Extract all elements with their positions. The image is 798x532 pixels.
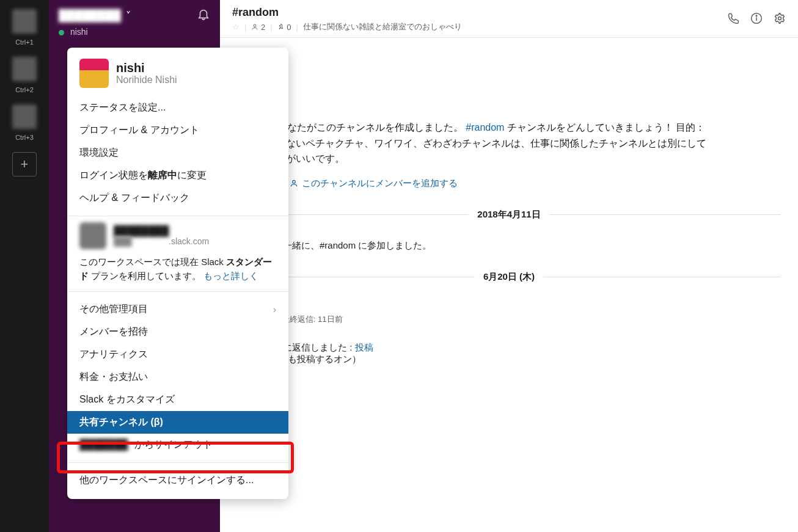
- channel-name[interactable]: #random: [232, 6, 462, 19]
- workspace-shortcut-1: Ctrl+1: [15, 38, 34, 46]
- workspace-name: ████████: [59, 9, 121, 21]
- menu-plan-info: このワークスペースでは現在 Slack スタンダード プランを利用しています。 …: [67, 249, 288, 285]
- thread-last-reply: 最終返信: 11日前: [282, 314, 343, 325]
- post-link[interactable]: 投稿: [355, 342, 373, 352]
- menu-workspace-name: ████████: [114, 225, 209, 236]
- menu-analytics[interactable]: アナリティクス: [67, 343, 288, 366]
- menu-set-status[interactable]: ステータスを設定...: [67, 97, 288, 119]
- menu-workspace-url: ███.slack.com: [114, 236, 209, 246]
- workspace-switch-3[interactable]: [12, 104, 37, 129]
- menu-other-admin[interactable]: その他管理項目 ›: [67, 298, 288, 321]
- channel-topic[interactable]: 仕事に関係ない雑談と給湯室でのおしゃべり: [303, 21, 462, 32]
- channel-hero-title: dom: [237, 87, 781, 112]
- menu-real-name: Norihide Nishi: [116, 75, 177, 86]
- workspace-switch-1[interactable]: [12, 9, 37, 34]
- info-icon[interactable]: [750, 12, 763, 27]
- workspace-shortcut-3: Ctrl+3: [15, 134, 34, 141]
- channel-header: #random ☆ | 2 | 0 | 仕事に関係ない雑談と給湯室でのおしゃべり: [220, 0, 798, 38]
- message[interactable]: hi 18:29 高 3 件の返信 最終返信: 11日前: [237, 291, 781, 325]
- main-content: #random ☆ | 2 | 0 | 仕事に関係ない雑談と給湯室でのおしゃべり: [220, 0, 798, 532]
- svg-point-5: [293, 181, 296, 184]
- menu-display-name: nishi: [116, 61, 177, 75]
- star-icon[interactable]: ☆: [232, 23, 240, 32]
- channel-hero-body: 月11日、あなたがこのチャンネルを作成しました。 #random チャンネルをど…: [237, 120, 714, 167]
- date-divider: 2018年4月11日: [237, 209, 781, 220]
- pin-count[interactable]: 0: [277, 23, 291, 32]
- chevron-down-icon: ˅: [126, 10, 131, 21]
- member-count[interactable]: 2: [251, 23, 265, 32]
- avatar: [79, 59, 109, 88]
- menu-help-feedback[interactable]: ヘルプ & フィードバック: [67, 187, 288, 210]
- learn-more-link[interactable]: もっと詳しく: [203, 271, 258, 281]
- chevron-right-icon: ›: [273, 304, 276, 315]
- svg-point-0: [254, 24, 256, 27]
- menu-separator: [67, 291, 288, 292]
- menu-separator: [67, 216, 288, 216]
- add-member-link[interactable]: このチャンネルにメンバーを追加する: [290, 178, 458, 189]
- menu-customize-slack[interactable]: Slack をカスタマイズ: [67, 388, 288, 411]
- message[interactable]: hi 18:30 のスレッドに返信しました : 投稿 言3（以下にも投稿するオン…: [237, 331, 781, 365]
- phone-icon[interactable]: [727, 12, 739, 27]
- menu-separator: [67, 462, 288, 463]
- date-divider: 6月20日 (木): [237, 271, 781, 283]
- workspace-rail: Ctrl+1 Ctrl+2 Ctrl+3 +: [0, 0, 49, 532]
- sidebar-header[interactable]: ████████ ˅: [49, 0, 220, 27]
- menu-invite-members[interactable]: メンバーを招待: [67, 321, 288, 343]
- menu-preferences[interactable]: 環境設定: [67, 142, 288, 164]
- workspace-menu: nishi Norihide Nishi ステータスを設定... プロフィール …: [67, 48, 288, 499]
- menu-sign-out[interactable]: ███████からサインアウト: [67, 434, 288, 456]
- menu-sign-in-other[interactable]: 他のワークスペースにサインインする...: [67, 469, 288, 492]
- svg-point-4: [778, 16, 782, 20]
- menu-billing[interactable]: 料金・お支払い: [67, 366, 288, 388]
- menu-set-away[interactable]: ログイン状態を離席中に変更: [67, 164, 288, 187]
- gear-icon[interactable]: [774, 12, 786, 27]
- workspace-switch-2[interactable]: [12, 57, 37, 81]
- menu-shared-channels[interactable]: 共有チャンネル (β): [67, 411, 288, 434]
- svg-point-3: [756, 15, 757, 16]
- presence-active-icon: [59, 30, 64, 35]
- current-user-name: nishi: [70, 27, 88, 37]
- message[interactable]: hi 12:18 村聡さんと一緒に、#random に参加しました。: [237, 229, 781, 252]
- menu-profile-account[interactable]: プロフィール & アカウント: [67, 119, 288, 142]
- workspace-icon: [79, 222, 106, 249]
- bell-icon[interactable]: [197, 7, 210, 23]
- presence-row[interactable]: nishi: [49, 27, 220, 44]
- add-workspace-button[interactable]: +: [12, 152, 37, 177]
- workspace-shortcut-2: Ctrl+2: [15, 86, 34, 93]
